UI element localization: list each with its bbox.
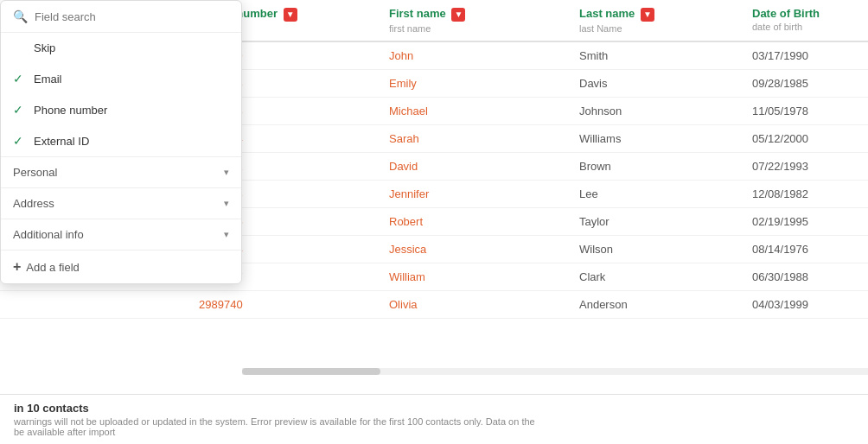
dropdown-item-external-id[interactable]: ✓ External ID <box>1 125 241 156</box>
cell-dob-5: 12/08/1982 <box>744 180 868 207</box>
count-text: in 10 contacts <box>14 402 89 415</box>
cell-dob-0: 03/17/1990 <box>744 41 868 70</box>
scrollbar-thumb[interactable] <box>242 368 380 375</box>
cell-lastname-9: Anderson <box>571 290 744 318</box>
field-dropdown: 🔍 Skip ✓ Email ✓ Phone number ✓ External… <box>0 0 242 284</box>
col-label-dob: Date of Birth <box>752 7 820 20</box>
dropdown-item-skip-label: Skip <box>34 41 55 54</box>
cell-lastname-6: Taylor <box>571 207 744 235</box>
cell-lastname-0: Smith <box>571 41 744 70</box>
cell-dob-3: 05/12/2000 <box>744 124 868 152</box>
col-header-firstname[interactable]: First name ▼ first name <box>380 0 571 41</box>
cell-firstname-2: Michael <box>380 97 571 124</box>
phone-filter-badge[interactable]: ▼ <box>284 8 297 22</box>
cell-lastname-1: Davis <box>571 69 744 97</box>
additional-chevron-icon: ▾ <box>224 229 229 240</box>
cell-firstname-0: John <box>380 41 571 70</box>
page-wrapper: Email ▼ Phone number ▼ First name ▼ firs… <box>0 0 868 444</box>
cell-dob-1: 09/28/1985 <box>744 69 868 97</box>
firstname-filter-badge[interactable]: ▼ <box>451 8 465 22</box>
add-field-label: Add a field <box>26 261 79 274</box>
cell-lastname-2: Johnson <box>571 97 744 124</box>
col-label-lastname: Last name <box>579 7 635 20</box>
cell-firstname-3: Sarah <box>380 124 571 152</box>
cell-firstname-9: Olivia <box>380 290 571 318</box>
col-header-lastname[interactable]: Last name ▼ last Name <box>571 0 744 41</box>
phone-check-icon: ✓ <box>13 103 27 117</box>
dropdown-group-address[interactable]: Address ▾ <box>1 187 241 219</box>
plus-icon: + <box>13 259 21 275</box>
lastname-filter-badge[interactable]: ▼ <box>641 8 654 22</box>
address-chevron-icon: ▾ <box>224 198 229 209</box>
cell-firstname-4: David <box>380 152 571 180</box>
cell-dob-7: 08/14/1976 <box>744 235 868 263</box>
cell-lastname-8: Clark <box>571 263 744 290</box>
dropdown-group-personal-label: Personal <box>13 166 57 179</box>
dropdown-group-additional-info[interactable]: Additional info ▾ <box>1 219 241 250</box>
dropdown-group-personal[interactable]: Personal ▾ <box>1 156 241 187</box>
cell-lastname-4: Brown <box>571 152 744 180</box>
external-id-check-icon: ✓ <box>13 134 27 148</box>
cell-dob-4: 07/22/1993 <box>744 152 868 180</box>
dropdown-item-email-label: Email <box>34 73 62 86</box>
cell-email-9 <box>0 290 190 318</box>
cell-lastname-3: Williams <box>571 124 744 152</box>
cell-lastname-7: Wilson <box>571 235 744 263</box>
col-subtitle-firstname: first name <box>389 23 562 34</box>
cell-lastname-5: Lee <box>571 180 744 207</box>
cell-dob-9: 04/03/1999 <box>744 290 868 318</box>
dropdown-search-row: 🔍 <box>1 1 241 33</box>
col-subtitle-dob: date of birth <box>752 22 859 32</box>
dropdown-item-email[interactable]: ✓ Email <box>1 63 241 94</box>
personal-chevron-icon: ▾ <box>224 167 229 178</box>
cell-firstname-5: Jennifer <box>380 180 571 207</box>
dropdown-group-address-label: Address <box>13 197 54 210</box>
search-icon: 🔍 <box>13 10 28 23</box>
count-line: in 10 contacts <box>14 402 854 415</box>
cell-dob-6: 02/19/1995 <box>744 207 868 235</box>
cell-firstname-1: Emily <box>380 69 571 97</box>
dropdown-search-input[interactable] <box>35 10 229 23</box>
cell-dob-8: 06/30/1988 <box>744 263 868 290</box>
cell-firstname-8: William <box>380 263 571 290</box>
dropdown-item-phone-label: Phone number <box>34 104 107 117</box>
col-label-firstname: First name <box>389 7 446 20</box>
info-text-2: be available after import <box>14 427 854 437</box>
dropdown-item-phone[interactable]: ✓ Phone number <box>1 94 241 125</box>
table-row: 2989740OliviaAnderson04/03/1999 <box>0 290 868 318</box>
cell-firstname-6: Robert <box>380 207 571 235</box>
col-subtitle-lastname: last Name <box>579 23 735 34</box>
dropdown-group-additional-label: Additional info <box>13 228 84 241</box>
horizontal-scrollbar[interactable] <box>242 368 868 375</box>
cell-firstname-7: Jessica <box>380 235 571 263</box>
cell-dob-2: 11/05/1978 <box>744 97 868 124</box>
cell-phone-9: 2989740 <box>190 290 380 318</box>
info-text-1: warnings will not be uploaded or updated… <box>14 416 854 427</box>
dropdown-add-field[interactable]: + Add a field <box>1 250 241 283</box>
dropdown-item-skip[interactable]: Skip <box>1 33 241 63</box>
bottom-bar: in 10 contacts warnings will not be uplo… <box>0 394 868 444</box>
dropdown-item-external-id-label: External ID <box>34 135 89 148</box>
col-header-dob: Date of Birth date of birth <box>744 0 868 41</box>
email-check-icon: ✓ <box>13 72 27 86</box>
